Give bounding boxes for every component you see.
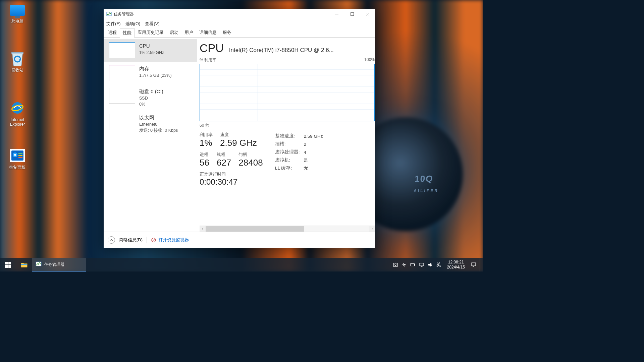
sidebar-item-sub2: 发送: 0 接收: 0 Kbps: [139, 127, 178, 133]
desktop-icon-recycle-bin[interactable]: 回收站: [4, 50, 31, 72]
stat-speed-value: 2.59 GHz: [220, 138, 257, 148]
tab-processes[interactable]: 进程: [105, 28, 120, 37]
sidebar-item-sub2: 0%: [139, 101, 163, 107]
action-center-icon[interactable]: [471, 262, 476, 267]
open-resmon-link[interactable]: 打开资源监视器: [151, 237, 189, 243]
sidebar-item-sub: 1.7/7.5 GB (23%): [139, 72, 172, 78]
svg-rect-6: [18, 153, 22, 154]
stat-handle-label: 句柄: [238, 152, 263, 158]
desktop-icon-control-panel[interactable]: 控制面板: [4, 147, 31, 170]
sidebar-item-sub: Ethernet0: [139, 121, 178, 127]
body: CPU 1% 2.59 GHz 内存 1.7/7.5 GB (23%) 磁盘 0…: [104, 38, 375, 232]
chart-label-right: 100%: [364, 57, 375, 63]
stat-util-value: 1%: [200, 138, 213, 148]
tab-app-history[interactable]: 应用历史记录: [135, 28, 167, 37]
titlebar[interactable]: 任务管理器: [104, 9, 375, 19]
cpu-model: Intel(R) Core(TM) i7-8850H CPU @ 2.6...: [229, 47, 334, 54]
desktop-icon-this-pc[interactable]: 此电脑: [4, 1, 31, 23]
tab-services[interactable]: 服务: [220, 28, 234, 37]
clock-date: 2024/4/15: [447, 265, 465, 270]
task-manager-icon: [36, 261, 42, 268]
stat-thread-value: 627: [217, 158, 231, 168]
stat-sockets-value: 2: [304, 140, 326, 148]
ethernet-thumb: [109, 114, 135, 130]
desktop-icon-label: Internet Explorer: [4, 117, 31, 127]
sidebar-item-memory[interactable]: 内存 1.7/7.5 GB (23%): [104, 62, 197, 84]
sidebar-item-ethernet[interactable]: 以太网 Ethernet0 发送: 0 接收: 0 Kbps: [104, 111, 197, 137]
stat-proc-label: 进程: [200, 152, 209, 158]
stat-vm-label: 虚拟机:: [275, 157, 303, 164]
tray-volume-icon[interactable]: [428, 262, 433, 267]
svg-rect-18: [5, 265, 8, 268]
stats: 利用率1% 速度2.59 GHz 进程56 线程627 句柄28408 正常运行…: [200, 132, 375, 187]
tray-network-icon[interactable]: [419, 262, 424, 267]
svg-rect-7: [18, 155, 22, 156]
stat-uptime-label: 正常运行时间: [200, 171, 263, 177]
scroll-track[interactable]: [206, 226, 369, 232]
show-desktop-button[interactable]: [480, 258, 482, 272]
resmon-icon: [151, 237, 156, 243]
taskbar-app-task-manager[interactable]: 任务管理器: [32, 258, 86, 272]
main-heading: CPU: [200, 42, 224, 55]
tab-startup[interactable]: 启动: [167, 28, 181, 37]
minimize-button[interactable]: [329, 9, 344, 19]
svg-rect-29: [472, 263, 476, 266]
desktop-icon-label: 此电脑: [4, 19, 31, 23]
close-button[interactable]: [360, 9, 375, 19]
stat-vproc-label: 虚拟处理器:: [275, 148, 303, 156]
cpu-usage-chart[interactable]: [200, 64, 375, 121]
cpu-thumb: [109, 42, 135, 58]
tray-people-icon[interactable]: [393, 262, 398, 267]
memory-thumb: [109, 65, 135, 81]
stat-thread-label: 线程: [217, 152, 231, 158]
sidebar-item-disk[interactable]: 磁盘 0 (C:) SSD 0%: [104, 84, 197, 111]
tab-performance[interactable]: 性能: [120, 28, 135, 38]
tray-battery-icon[interactable]: [410, 262, 416, 267]
menu-file[interactable]: 文件(F): [106, 21, 121, 27]
desktop-icon-ie[interactable]: Internet Explorer: [4, 100, 31, 127]
menu-options[interactable]: 选项(O): [125, 21, 141, 27]
maximize-button[interactable]: [344, 9, 360, 19]
stat-uptime-value: 0:00:30:47: [200, 177, 263, 187]
chart-label-left: % 利用率: [200, 57, 216, 63]
sidebar-item-cpu[interactable]: CPU 1% 2.59 GHz: [104, 39, 197, 62]
file-explorer-button[interactable]: [16, 258, 32, 272]
sidebar-item-sub: SSD: [139, 95, 163, 101]
sidebar-item-sub: 1% 2.59 GHz: [139, 50, 164, 56]
tray-arrows-icon[interactable]: [401, 262, 407, 267]
sidebar: CPU 1% 2.59 GHz 内存 1.7/7.5 GB (23%) 磁盘 0…: [104, 38, 197, 232]
system-tray: 英 12:08:21 2024/4/15: [393, 258, 483, 272]
svg-rect-25: [414, 264, 415, 265]
svg-rect-19: [8, 265, 11, 268]
fewer-details-label[interactable]: 简略信息(D): [119, 237, 143, 243]
desktop-icon-label: 控制面板: [4, 165, 31, 170]
scroll-left-icon[interactable]: ‹: [200, 226, 206, 232]
horizontal-scrollbar[interactable]: ‹ ›: [200, 226, 375, 232]
task-manager-window: 任务管理器 文件(F) 选项(O) 查看(V) 进程 性能 应用历史记录 启动 …: [104, 9, 375, 248]
stat-base-value: 2.59 GHz: [304, 132, 326, 140]
clock-time: 12:08:21: [447, 260, 465, 265]
control-panel-icon: [10, 149, 25, 162]
svg-rect-20: [21, 264, 27, 265]
stat-speed-label: 速度: [220, 132, 257, 138]
sidebar-item-name: 以太网: [139, 114, 178, 121]
taskbar-app-label: 任务管理器: [44, 262, 64, 267]
svg-point-5: [14, 154, 16, 156]
monitor-icon: [10, 5, 25, 16]
menu-view[interactable]: 查看(V): [145, 21, 159, 27]
tab-users[interactable]: 用户: [181, 28, 196, 37]
scroll-thumb[interactable]: [206, 226, 304, 232]
recycle-bin-icon: [9, 50, 25, 66]
tab-details[interactable]: 详细信息: [196, 28, 220, 37]
svg-rect-24: [410, 263, 414, 266]
sidebar-item-name: CPU: [139, 42, 164, 50]
stat-base-label: 基准速度:: [275, 132, 303, 140]
separator: [147, 237, 147, 243]
collapse-button[interactable]: [108, 236, 115, 244]
start-button[interactable]: [0, 258, 16, 272]
tray-clock[interactable]: 12:08:21 2024/4/15: [444, 260, 468, 270]
menubar: 文件(F) 选项(O) 查看(V): [104, 19, 375, 28]
ie-icon: [9, 100, 25, 116]
scroll-right-icon[interactable]: ›: [369, 226, 375, 232]
ime-indicator[interactable]: 英: [436, 262, 441, 268]
